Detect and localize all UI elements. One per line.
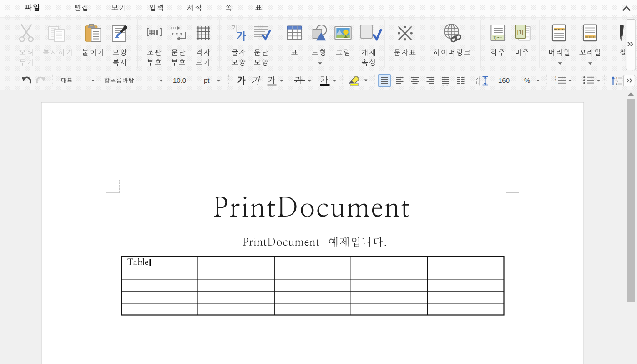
svg-text:1: 1 (616, 76, 617, 80)
svg-text:A: A (616, 82, 618, 86)
svg-text:%: % (524, 76, 530, 84)
svg-text:10.0: 10.0 (173, 76, 186, 84)
svg-text:1): 1) (493, 35, 497, 40)
svg-text:[1]: [1] (517, 29, 523, 35)
svg-text:pt: pt (204, 76, 210, 84)
svg-text:160: 160 (498, 76, 510, 84)
svg-text:3: 3 (555, 81, 556, 85)
